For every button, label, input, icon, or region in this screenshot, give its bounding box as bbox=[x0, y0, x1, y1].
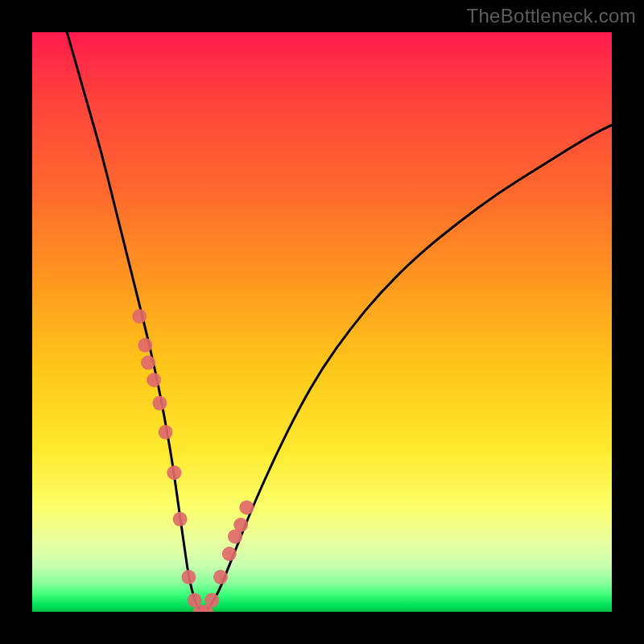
watermark-text: TheBottleneck.com bbox=[466, 5, 636, 27]
curve-marker bbox=[181, 570, 196, 584]
curve-marker bbox=[141, 355, 155, 369]
bottleneck-curve-path bbox=[67, 32, 612, 612]
curve-marker bbox=[222, 547, 237, 561]
bottleneck-curve bbox=[67, 32, 612, 612]
plot-area bbox=[32, 32, 612, 612]
curve-marker bbox=[132, 309, 147, 324]
curve-marker bbox=[213, 570, 228, 584]
curve-marker bbox=[233, 518, 248, 532]
curve-marker bbox=[152, 396, 167, 411]
curve-marker bbox=[147, 373, 161, 387]
curve-marker bbox=[138, 338, 152, 353]
curve-marker bbox=[204, 593, 219, 608]
curve-marker bbox=[167, 465, 181, 480]
chart-frame: TheBottleneck.com bbox=[0, 0, 644, 644]
curve-marker bbox=[173, 512, 188, 526]
curve-layer bbox=[32, 32, 612, 612]
curve-marker bbox=[239, 500, 254, 514]
curve-marker bbox=[159, 425, 173, 440]
